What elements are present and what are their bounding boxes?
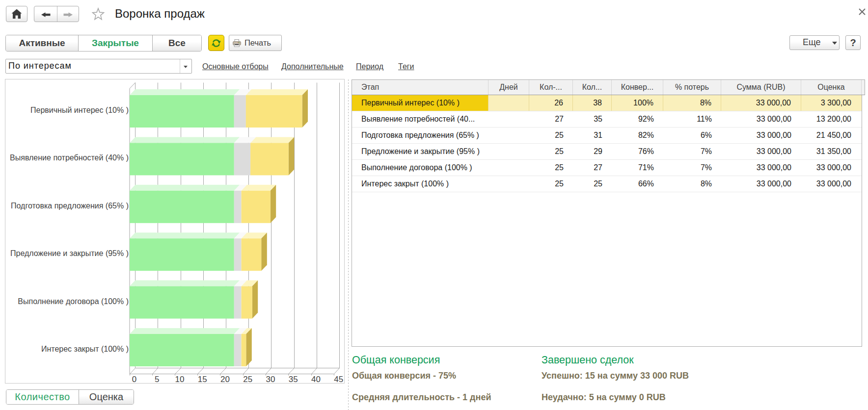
svg-text:40: 40 <box>311 375 321 384</box>
svg-text:20: 20 <box>220 375 230 384</box>
svg-text:25: 25 <box>243 375 252 384</box>
svg-text:35: 35 <box>289 375 298 384</box>
svg-text:45: 45 <box>334 375 343 384</box>
svg-text:Интерес закрыт (100% ): Интерес закрыт (100% ) <box>41 345 129 353</box>
svg-text:Подготовка предложения (65% ): Подготовка предложения (65% ) <box>11 202 129 210</box>
svg-text:Выявление потребностей (40% ): Выявление потребностей (40% ) <box>10 154 129 162</box>
svg-text:Первичный интерес (10% ): Первичный интерес (10% ) <box>30 106 129 114</box>
svg-text:30: 30 <box>266 375 275 384</box>
svg-text:5: 5 <box>155 375 159 384</box>
svg-text:10: 10 <box>175 375 185 384</box>
svg-text:15: 15 <box>198 375 207 384</box>
svg-text:Предложение и закрытие (95% ): Предложение и закрытие (95% ) <box>10 249 129 257</box>
svg-text:0: 0 <box>132 375 136 384</box>
svg-text:Выполнение договора (100% ): Выполнение договора (100% ) <box>18 297 129 306</box>
